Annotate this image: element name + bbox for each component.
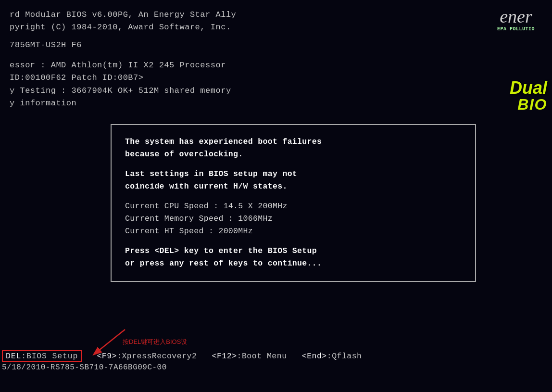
- xpress-label: :XpressRecovery2: [117, 352, 197, 361]
- spacer: [87, 352, 92, 361]
- epa-text: EPA POLLUTIO: [497, 26, 535, 32]
- spacer3: [292, 352, 297, 361]
- dialog-line-6: Current Memory Speed : 1066MHz: [125, 213, 462, 225]
- dualbios-logo: Dual BIO: [470, 79, 547, 112]
- svg-line-1: [96, 329, 125, 353]
- qflash-label: :Qflash: [327, 352, 362, 361]
- bios-screen: rd Modular BIOS v6.00PG, An Energy Star …: [0, 0, 552, 392]
- bios-line-3: 785GMT-US2H F6: [10, 39, 542, 51]
- end-key: <End>: [302, 352, 327, 361]
- bios-line-1: rd Modular BIOS v6.00PG, An Energy Star …: [10, 9, 542, 21]
- bios-date-string: 5/18/2010-RS785-SB710-7A66BG09C-00: [0, 363, 552, 372]
- dialog-spacer-1: [125, 161, 462, 168]
- del-bios-setup-box: DEL:BIOS Setup: [2, 350, 82, 362]
- bios-header: rd Modular BIOS v6.00PG, An Energy Star …: [0, 0, 552, 110]
- dialog-spacer-2: [125, 193, 462, 200]
- f12-key: <F12>: [212, 352, 237, 361]
- dialog-line-4: coincide with current H/W states.: [125, 180, 462, 193]
- function-key-bar: DEL:BIOS Setup <F9>:XpressRecovery2 <F12…: [0, 350, 552, 372]
- bios-line-2: pyright (C) 1984-2010, Award Software, I…: [10, 21, 542, 34]
- dialog-line-5: Current CPU Speed : 14.5 X 200MHz: [125, 200, 462, 213]
- energy-star-logo: ener EPA POLLUTIO: [485, 5, 547, 53]
- spacer2: [202, 352, 207, 361]
- bios-line-6: y Testing : 3667904K OK+ 512M shared mem…: [10, 85, 542, 97]
- bios-setup-label: :BIOS Setup: [21, 352, 78, 361]
- boot-menu-label: :Boot Menu: [237, 352, 287, 361]
- bottom-keys-line: DEL:BIOS Setup <F9>:XpressRecovery2 <F12…: [0, 350, 552, 362]
- bios-line-4: essor : AMD Athlon(tm) II X2 245 Process…: [10, 59, 542, 72]
- dialog-line-1: The system has experienced boot failures: [125, 136, 462, 148]
- bios-logo-text: BIO: [470, 97, 547, 112]
- dialog-line-8: Press <DEL> key to enter the BIOS Setup: [125, 245, 462, 257]
- dialog-line-3: Last settings in BIOS setup may not: [125, 168, 462, 180]
- dual-text: Dual: [470, 79, 547, 97]
- dialog-line-2: because of overclocking.: [125, 148, 462, 161]
- dialog-line-7: Current HT Speed : 2000MHz: [125, 225, 462, 238]
- del-key: DEL: [6, 352, 21, 361]
- bios-line-5: ID:00100F62 Patch ID:00B7>: [10, 72, 542, 84]
- bios-line-7: y information: [10, 97, 542, 110]
- chinese-annotation: 按DEL键可进入BIOS设: [123, 338, 187, 346]
- energy-star-text: ener: [500, 7, 532, 25]
- dialog-spacer-3: [125, 238, 462, 245]
- boot-failure-dialog: The system has experienced boot failures…: [111, 124, 476, 282]
- annotation-text: 按DEL键可进入BIOS设: [123, 338, 187, 345]
- dialog-line-9: or press any rest of keys to continue...: [125, 257, 462, 270]
- f9-key: <F9>: [97, 352, 117, 361]
